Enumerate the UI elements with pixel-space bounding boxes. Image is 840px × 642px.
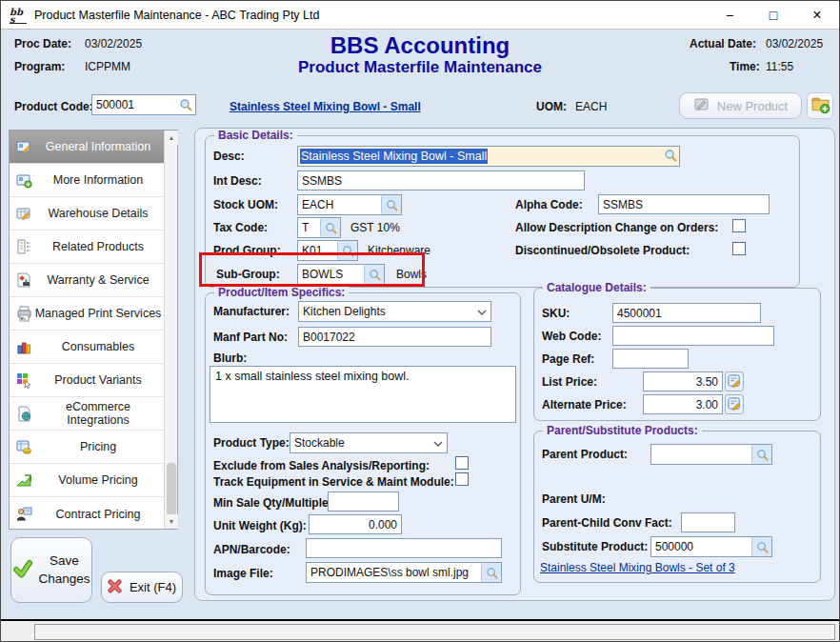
substitute-product-lookup[interactable]: 500000 — [650, 536, 772, 557]
catalogue-details-group: Catalogue Details: SKU: Web Code: Page R… — [533, 288, 821, 421]
sidebar-item-related-products[interactable]: Related Products — [10, 231, 177, 264]
substitute-product-label: Substitute Product: — [542, 540, 648, 553]
scrollbar-thumb[interactable] — [167, 463, 176, 516]
magnifier-icon[interactable] — [175, 95, 195, 114]
int-desc-input[interactable] — [297, 171, 585, 191]
product-variants-icon — [16, 372, 32, 389]
product-code-value[interactable]: 500001 — [92, 95, 175, 114]
sidebar-scrollbar[interactable]: ▲ ▼ — [164, 130, 177, 529]
maximize-button[interactable]: □ — [751, 1, 795, 30]
sidebar-item-volume-pricing[interactable]: Volume Pricing — [10, 464, 177, 497]
new-product-button[interactable]: New Product — [679, 92, 802, 119]
magnifier-icon[interactable] — [320, 218, 340, 237]
list-price-input[interactable] — [643, 371, 723, 391]
app-window: bbs Product Masterfile Maintenance - ABC… — [0, 0, 840, 642]
app-logo-icon: bbs — [10, 7, 27, 24]
desc-field[interactable]: Stainless Steel Mixing Bowl - Small — [297, 146, 680, 167]
sidebar-item-pricing[interactable]: Pricing — [10, 431, 177, 464]
magnifier-icon[interactable] — [664, 149, 677, 165]
sidebar-item-warehouse-details[interactable]: Warehouse Details — [10, 197, 177, 231]
allow-desc-change-checkbox[interactable] — [732, 219, 746, 232]
close-button[interactable]: × — [795, 1, 839, 30]
sku-input[interactable] — [612, 303, 761, 323]
exclude-sales-checkbox[interactable] — [455, 456, 469, 470]
warehouse-details-icon — [16, 206, 32, 222]
magnifier-icon[interactable] — [751, 445, 771, 464]
manufacturer-select[interactable]: Kitchen Delights — [298, 301, 491, 322]
alpha-code-input[interactable] — [598, 194, 770, 214]
sidebar-item-ecommerce-integrations[interactable]: eCommerce Integrations — [10, 397, 177, 431]
web-code-input[interactable] — [612, 326, 774, 346]
sidebar-item-consumables[interactable]: Consumables — [10, 331, 177, 364]
product-type-select[interactable]: Stockable — [290, 432, 448, 453]
exclude-sales-label: Exclude from Sales Analysis/Reporting: — [213, 459, 430, 472]
sidebar-item-product-variants[interactable]: Product Variants — [10, 364, 177, 397]
scroll-down-icon[interactable]: ▼ — [165, 514, 178, 529]
blurb-label: Blurb: — [213, 351, 247, 365]
time-value: 11:55 — [766, 60, 793, 73]
tax-code-lookup[interactable]: T — [297, 217, 341, 238]
product-code-lookup[interactable]: 500001 — [91, 94, 196, 115]
actual-date-label: Actual Date: — [690, 37, 756, 50]
exit-button[interactable]: Exit (F4) — [101, 572, 183, 603]
sidebar-item-contract-pricing[interactable]: Contract Pricing — [10, 497, 177, 531]
screen-title: Product Masterfile Maintenance — [298, 58, 542, 77]
parent-product-lookup[interactable] — [650, 444, 772, 465]
parent-substitute-group: Parent/Substitute Products: Parent Produ… — [533, 431, 821, 583]
alternate-price-input[interactable] — [643, 394, 723, 414]
min-sale-input[interactable] — [328, 492, 399, 512]
sidebar-item-managed-print-services[interactable]: Managed Print Services — [10, 297, 177, 331]
price-edit-icon[interactable] — [725, 371, 744, 391]
parent-product-label: Parent Product: — [542, 448, 628, 461]
unit-weight-input[interactable] — [309, 514, 402, 534]
image-file-value[interactable]: PRODIMAGES\ss bowl sml.jpg — [307, 563, 481, 582]
conv-fact-label: Parent-Child Conv Fact: — [542, 516, 672, 530]
magnifier-icon[interactable] — [751, 537, 771, 556]
exit-label: Exit (F4) — [130, 580, 176, 594]
sidebar-item-warranty-service[interactable]: Warranty & Service — [10, 264, 177, 297]
stock-uom-value[interactable]: EACH — [298, 195, 381, 214]
product-item-specifics-group: Product/Item Specifics: Manufacturer: Ki… — [205, 292, 521, 595]
magnifier-icon[interactable] — [481, 563, 501, 582]
desc-value[interactable]: Stainless Steel Mixing Bowl - Small — [300, 149, 488, 164]
conv-fact-input[interactable] — [681, 512, 735, 532]
save-changes-button[interactable]: Save Changes — [10, 537, 92, 603]
ecommerce-integrations-icon — [16, 406, 32, 422]
warranty-service-icon — [16, 272, 32, 289]
sidebar-item-general-information[interactable]: General Information — [10, 130, 177, 164]
minimize-button[interactable]: − — [708, 1, 751, 30]
stock-uom-lookup[interactable]: EACH — [297, 194, 402, 215]
image-file-lookup[interactable]: PRODIMAGES\ss bowl sml.jpg — [306, 562, 502, 583]
tax-code-value[interactable]: T — [298, 218, 320, 237]
save-changes-label: Save Changes — [38, 552, 91, 587]
magnifier-icon[interactable] — [381, 195, 401, 214]
page-ref-input[interactable] — [612, 349, 689, 369]
apn-barcode-input[interactable] — [306, 538, 502, 558]
parent-product-value[interactable] — [651, 445, 751, 464]
product-description-link[interactable]: Stainless Steel Mixing Bowl - Small — [230, 100, 421, 113]
substitute-product-link[interactable]: Stainless Steel Mixing Bowls - Set of 3 — [540, 561, 735, 574]
chevron-down-icon — [477, 305, 487, 318]
open-product-folder-button[interactable] — [807, 92, 833, 119]
consumables-icon — [16, 339, 32, 355]
sub-group-lookup[interactable]: BOWLS — [297, 264, 385, 285]
scroll-up-icon[interactable]: ▲ — [165, 130, 178, 145]
discontinued-checkbox[interactable] — [732, 242, 746, 255]
sub-group-value[interactable]: BOWLS — [298, 265, 364, 284]
magnifier-icon[interactable] — [337, 241, 357, 260]
sidebar-item-more-information[interactable]: More Information — [10, 164, 177, 197]
program-value: ICPPMM — [85, 60, 130, 73]
list-price-label: List Price: — [542, 375, 597, 389]
manf-part-input[interactable] — [298, 327, 491, 347]
related-products-icon — [16, 239, 32, 255]
blurb-textarea[interactable]: 1 x small stainless steel mixing bowl. — [210, 366, 516, 423]
track-equipment-checkbox[interactable] — [455, 472, 469, 486]
magnifier-icon[interactable] — [364, 265, 384, 284]
cross-icon — [108, 579, 122, 596]
price-edit-icon[interactable] — [725, 394, 744, 414]
sidebar-nav: General Information More Information War… — [9, 130, 178, 530]
substitute-product-value[interactable]: 500000 — [651, 537, 751, 556]
basic-details-legend: Basic Details: — [214, 129, 297, 142]
prod-group-value[interactable]: K01 — [298, 241, 337, 260]
prod-group-lookup[interactable]: K01 — [297, 240, 358, 261]
